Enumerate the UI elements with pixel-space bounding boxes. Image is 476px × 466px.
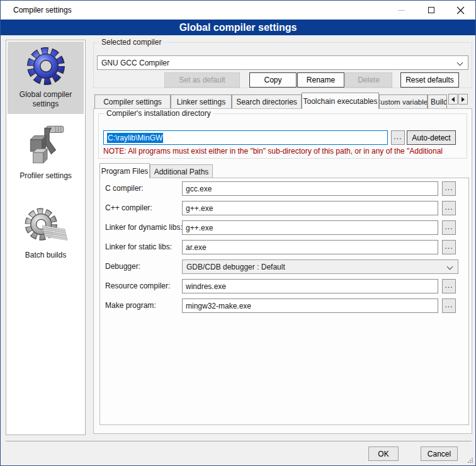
tab-custom-variables[interactable]: Custom variables <box>379 94 428 109</box>
minimize-button[interactable] <box>387 1 416 20</box>
dynamic-linker-input[interactable]: g++.exe <box>182 220 438 235</box>
sidebar-item-profiler-settings[interactable]: Profiler settings <box>8 118 84 186</box>
set-as-default-button[interactable]: Set as default <box>164 72 240 88</box>
debugger-value: GDB/CDB debugger : Default <box>186 263 285 271</box>
subtab-additional-paths[interactable]: Additional Paths <box>150 164 213 178</box>
field-label: Debugger: <box>105 262 140 271</box>
settings-sidebar: Global compiler settings <box>6 40 86 435</box>
tab-linker-settings[interactable]: Linker settings <box>171 94 232 109</box>
sidebar-item-global-compiler-settings[interactable]: Global compiler settings <box>8 42 84 114</box>
auto-detect-button[interactable]: Auto-detect <box>407 130 456 145</box>
field-label: Make program: <box>105 301 156 310</box>
c-compiler-browse-button[interactable]: ... <box>442 181 456 196</box>
compiler-settings-dialog: Compiler settings Global compiler settin… <box>0 0 476 466</box>
window-controls <box>387 1 475 20</box>
delete-button[interactable]: Delete <box>345 72 392 88</box>
resource-compiler-browse-button[interactable]: ... <box>442 279 456 293</box>
make-program-input[interactable]: mingw32-make.exe <box>182 298 438 313</box>
field-label: Resource compiler: <box>105 281 170 290</box>
field-label: Linker for dynamic libs: <box>105 223 183 232</box>
maximize-button[interactable] <box>416 1 446 20</box>
install-directory-input[interactable]: C:\raylib\MinGW <box>103 130 388 145</box>
profiler-caliper-icon <box>25 123 67 169</box>
chevron-down-icon <box>457 60 463 66</box>
title-bar[interactable]: Compiler settings <box>1 1 475 20</box>
install-directory-note: NOTE: All programs must exist either in … <box>103 147 467 156</box>
static-linker-input[interactable]: ar.exe <box>182 240 438 254</box>
tab-scroll-left-button[interactable] <box>448 94 458 105</box>
c-compiler-value: gcc.exe <box>186 185 212 193</box>
maximize-icon <box>428 7 434 13</box>
sidebar-item-batch-builds[interactable]: Batch builds <box>8 202 84 265</box>
install-directory-browse-button[interactable]: ... <box>391 130 405 145</box>
cancel-button[interactable]: Cancel <box>421 446 458 461</box>
dynamic-linker-browse-button[interactable]: ... <box>442 220 456 235</box>
compiler-gear-icon <box>26 47 65 88</box>
arrow-right-icon <box>462 97 465 102</box>
static-linker-browse-button[interactable]: ... <box>442 240 456 254</box>
tab-build-options[interactable]: Build <box>428 94 447 109</box>
close-icon <box>456 6 465 14</box>
sidebar-item-label: Profiler settings <box>11 171 81 186</box>
tab-compiler-settings[interactable]: Compiler settings <box>94 94 171 109</box>
rename-button[interactable]: Rename <box>297 72 344 88</box>
dynamic-linker-value: g++.exe <box>186 224 213 232</box>
copy-button[interactable]: Copy <box>249 72 297 88</box>
cpp-compiler-value: g++.exe <box>186 204 213 213</box>
debugger-combobox[interactable]: GDB/CDB debugger : Default <box>182 259 458 274</box>
selected-compiler-value: GNU GCC Compiler <box>101 59 169 67</box>
footer-separator <box>6 441 472 441</box>
resource-compiler-value: windres.exe <box>186 282 226 291</box>
tab-toolchain-executables[interactable]: Toolchain executables <box>302 93 379 109</box>
c-compiler-input[interactable]: gcc.exe <box>182 181 438 196</box>
dialog-banner: Global compiler settings <box>1 20 475 35</box>
field-label: Linker for static libs: <box>105 242 172 251</box>
selected-compiler-combobox[interactable]: GNU GCC Compiler <box>97 55 468 70</box>
minimize-icon <box>398 10 405 11</box>
close-button[interactable] <box>446 1 475 20</box>
make-program-value: mingw32-make.exe <box>186 302 251 310</box>
reset-defaults-button[interactable]: Reset defaults <box>400 72 459 88</box>
arrow-left-icon <box>451 97 455 102</box>
tab-search-directories[interactable]: Search directories <box>232 94 302 109</box>
sidebar-item-label: Global compiler settings <box>11 90 81 114</box>
resource-compiler-input[interactable]: windres.exe <box>182 279 438 293</box>
batch-builds-icon <box>24 207 68 248</box>
cpp-compiler-input[interactable]: g++.exe <box>182 201 438 215</box>
make-program-browse-button[interactable]: ... <box>442 298 456 313</box>
static-linker-value: ar.exe <box>186 243 207 252</box>
ok-button[interactable]: OK <box>368 446 399 461</box>
field-label: C compiler: <box>105 184 144 193</box>
cpp-compiler-browse-button[interactable]: ... <box>442 201 456 215</box>
sidebar-item-label: Batch builds <box>11 251 81 265</box>
subtab-program-files[interactable]: Program Files <box>99 163 150 178</box>
field-label: C++ compiler: <box>105 203 152 212</box>
window-title: Compiler settings <box>13 6 72 14</box>
resize-grip[interactable] <box>467 457 473 463</box>
install-directory-legend: Compiler's installation directory <box>104 109 213 118</box>
selected-compiler-legend: Selected compiler <box>99 38 164 47</box>
chevron-down-icon <box>447 264 453 270</box>
install-directory-value: C:\raylib\MinGW <box>107 133 163 143</box>
tab-scroll-right-button[interactable] <box>458 94 468 105</box>
